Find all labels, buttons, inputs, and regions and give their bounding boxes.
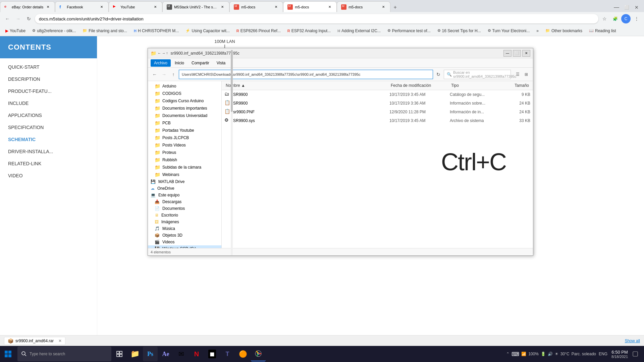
tab-facebook[interactable]: f Facebook ✕ [55, 1, 109, 12]
sidebar-item-schematic[interactable]: SCHEMATIC [0, 133, 97, 145]
fe-nav-codigos-arduino[interactable]: 📁 Codigos Curso Arduino [148, 97, 221, 105]
tab-close-facebook[interactable]: ✕ [99, 4, 104, 10]
bookmark-16secret[interactable]: ⚙ 16 Secret Tips for H... [435, 28, 484, 34]
fe-nav-documentos[interactable]: 📄 Documentos [148, 205, 221, 212]
tab-close-m5docs1[interactable]: ✕ [273, 4, 279, 10]
fe-back-button[interactable]: ← [151, 70, 159, 78]
fe-view-large-button[interactable]: ⊞ [522, 70, 530, 78]
fe-up-button[interactable]: ↑ [169, 70, 177, 78]
bookmark-electronics[interactable]: ⚙ Turn Your Electroni... [485, 28, 533, 34]
notif-close-button[interactable]: ✕ [58, 339, 62, 343]
fe-nav-musica[interactable]: 🎵 Música [148, 225, 221, 232]
fe-restore-button[interactable]: ⬜ [513, 50, 521, 57]
taskbar-teams-button[interactable]: T [220, 347, 235, 361]
fe-forward-button[interactable]: → [160, 70, 168, 78]
bookmark-more[interactable]: » [534, 28, 541, 34]
bookmark-i2c[interactable]: H Adding External I2C... [335, 28, 383, 34]
sidebar-item-specification[interactable]: SPECIFICATION [0, 121, 97, 133]
fe-nav-descargas[interactable]: 📥 Descargas [148, 198, 221, 205]
bookmark-fileshare[interactable]: 📁 File sharing and sto... [80, 28, 130, 34]
tab-youtube[interactable]: ▶ YouTube ✕ [109, 1, 162, 12]
tray-show-hidden-button[interactable]: ⌃ [506, 352, 509, 356]
fe-menu-compartir[interactable]: Compartir [188, 59, 213, 67]
taskbar-search-button[interactable]: Type here to search [17, 347, 111, 361]
bookmark-perf[interactable]: ⚙ Performance test of... [385, 28, 433, 34]
profile-button[interactable]: C [621, 14, 631, 23]
back-button[interactable]: ← [3, 14, 12, 23]
fe-nav-matlab[interactable]: 💾 MATLAB Drive [148, 178, 221, 185]
minimize-button[interactable]: — [612, 3, 621, 12]
fe-nav-codigos[interactable]: 📁 CODIGOS [148, 90, 221, 97]
sidebar-item-include[interactable]: INCLUDE [0, 97, 97, 109]
bookmark-reading[interactable]: 📖 Reading list [586, 28, 619, 34]
taskbar-netflix-button[interactable]: N [189, 347, 204, 361]
fe-nav-proteus[interactable]: 📁 Proteus [148, 149, 221, 156]
fe-file-row-sr9900-sys[interactable]: ⚙ SR9900.sys 10/17/2019 3:45 AM Archivo … [222, 116, 533, 125]
fe-nav-pcb[interactable]: 📁 PCB [148, 119, 221, 127]
sidebar-item-quickstart[interactable]: QUICK-START [0, 61, 97, 73]
tab-close-m5docs3[interactable]: ✕ [381, 4, 386, 10]
taskbar-mail-button[interactable]: ✉ [174, 347, 189, 361]
fe-nav-posts-jlcpcb[interactable]: 📁 Posts JLCPCB [148, 134, 221, 141]
fe-nav-objetos3d[interactable]: 📦 Objetos 3D [148, 232, 221, 239]
new-tab-button[interactable]: + [390, 3, 400, 12]
sidebar-item-product-features[interactable]: PRODUCT-FEATU... [0, 85, 97, 97]
tab-close-ebay[interactable]: ✕ [45, 4, 51, 10]
tab-ebay[interactable]: e eBay: Order details ✕ [0, 1, 55, 12]
fe-nav-onedrive[interactable]: ☁ OneDrive [148, 185, 221, 192]
sidebar-item-applications[interactable]: APPLICATIONS [0, 109, 97, 121]
fe-col-header-type[interactable]: Tipo [450, 82, 503, 88]
fe-nav-windows-ssd[interactable]: 💾 Windows-SSD (C:) [148, 245, 221, 248]
menu-button[interactable]: ⋮ [632, 14, 641, 23]
sidebar-item-related[interactable]: RELATED-LINK [0, 158, 97, 170]
taskbar-chrome-button[interactable] [251, 347, 266, 361]
sidebar-item-driver[interactable]: DRIVER-INSTALLA... [0, 145, 97, 158]
taskbar-clock[interactable]: 6:50 PM 8/18/2021 [611, 350, 628, 359]
fe-menu-archivo[interactable]: Archivo [151, 59, 171, 67]
fe-nav-escritorio[interactable]: 🖥 Escritorio [148, 212, 221, 219]
tab-m5stack[interactable]: M M5Stack UnitV2 - The standalon... ✕ [162, 1, 229, 12]
show-all-button[interactable]: Show all [625, 339, 640, 343]
bookmark-esp32[interactable]: R ESP32 Analog Input... [285, 28, 333, 34]
tab-m5docs3[interactable]: M m5-docs ✕ [337, 1, 390, 12]
notification-center-button[interactable] [631, 346, 640, 362]
address-input[interactable] [35, 14, 598, 23]
fe-refresh-button[interactable]: ↻ [434, 70, 442, 78]
tray-keyboard-button[interactable]: ⌨ [512, 351, 519, 357]
fe-file-row-sr9900-cat[interactable]: 🗂 SR9900 10/17/2019 3:45 AM Catálogo de … [222, 90, 533, 99]
tab-close-m5stack[interactable]: ✕ [220, 4, 225, 10]
fe-col-header-nombre[interactable]: Nombre ▲ [224, 82, 389, 88]
reload-button[interactable]: ↻ [24, 14, 34, 23]
fe-menu-vista[interactable]: Vista [213, 59, 229, 67]
bookmark-u8g2[interactable]: ⚙ u8g2reference - olik... [30, 28, 78, 34]
fe-col-header-date[interactable]: Fecha de modificación [389, 82, 450, 88]
bookmark-other[interactable]: 📁 Other bookmarks [543, 28, 585, 34]
taskbar-ae-button[interactable]: Ae [158, 347, 173, 361]
fe-col-header-size[interactable]: Tamaño [503, 82, 530, 88]
fe-close-button[interactable]: ✕ [522, 50, 530, 57]
fe-minimize-button[interactable]: — [503, 50, 512, 57]
fe-nav-este-equipo[interactable]: 💻 Este equipo [148, 192, 221, 198]
fe-file-row-sr9900-pnf[interactable]: 📋 sr9900.PNF 12/9/2020 11:28 PM Informac… [222, 108, 533, 116]
start-button[interactable] [0, 346, 16, 362]
tab-close-m5docs2[interactable]: ✕ [327, 4, 332, 10]
fe-nav-posts-videos[interactable]: 📁 Posts Videos [148, 141, 221, 149]
restore-button[interactable]: ⬜ [622, 3, 631, 12]
fe-file-row-sr9900-info[interactable]: 📋 SR9900 10/17/2019 3:36 AM Información … [222, 99, 533, 108]
fe-nav-rubbish[interactable]: 📁 Rubbish [148, 156, 221, 164]
bookmark-esp8266[interactable]: R ESP8266 Pinout Ref... [234, 28, 283, 34]
fe-nav-docs-universidad[interactable]: 📁 Documentos Universidad [148, 112, 221, 119]
fe-view-details-button[interactable]: ☰ [514, 70, 522, 78]
taskbar-task-view-button[interactable] [112, 347, 127, 361]
fe-path-bar[interactable]: Users\MCMCHRIS\Downloads\sr9900.inf_amd6… [179, 70, 433, 79]
bookmark-youtube[interactable]: ▶ YouTube [3, 28, 28, 34]
tab-m5docs2[interactable]: M m5-docs ✕ [283, 1, 337, 12]
fe-menu-inicio[interactable]: Inicio [171, 59, 187, 67]
taskbar-app3-button[interactable]: 🟠 [235, 347, 250, 361]
fe-nav-webinars[interactable]: 📁 Webinars [148, 171, 221, 178]
fe-nav-subidas[interactable]: 📁 Subidas de la cámara [148, 164, 221, 171]
fe-nav-portadas[interactable]: 📁 Portadas Youtube [148, 127, 221, 134]
bookmark-christopher[interactable]: H H CHRISTOPHER M... [131, 28, 181, 34]
sidebar-item-description[interactable]: DESCRIPTION [0, 73, 97, 85]
fe-nav-imagenes[interactable]: 🖼 Imágenes [148, 219, 221, 225]
